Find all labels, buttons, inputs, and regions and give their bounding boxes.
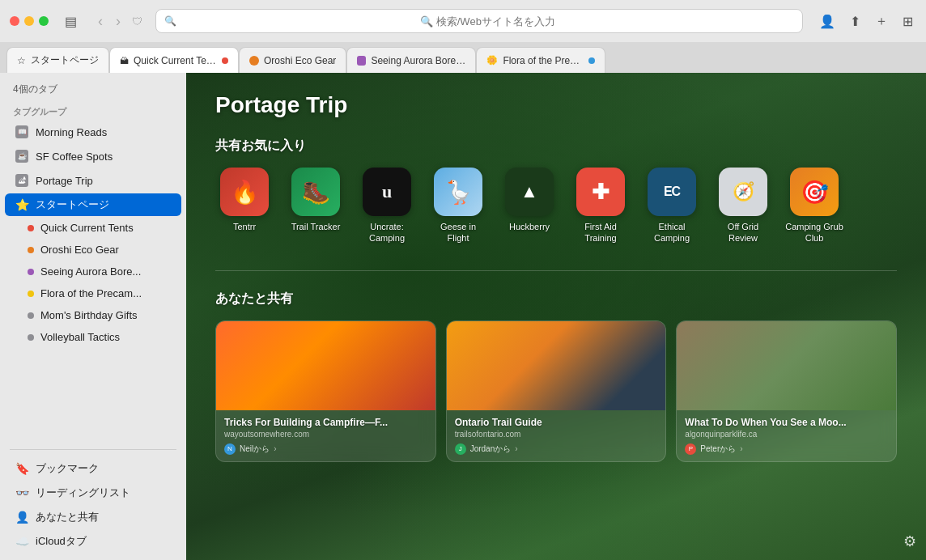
icloud-icon: ☁️ <box>15 534 29 549</box>
content-scroll[interactable]: Portage Trip 共有お気に入り 🔥 Tentrr 🥾 Trail Tr… <box>186 73 926 560</box>
card-title: Tricks For Building a Campfire—F... <box>224 417 427 428</box>
chevron-right-icon: › <box>740 444 742 453</box>
sidebar-tab-flora-precambrian[interactable]: Flora of the Precam... <box>5 283 181 303</box>
favorite-camping-grub-club[interactable]: 🎯 Camping Grub Club <box>785 168 843 244</box>
favorite-huckberry[interactable]: ▲ Huckberry <box>500 168 559 244</box>
sidebar-item-morning-reads[interactable]: 📖 Morning Reads <box>5 121 181 143</box>
section-divider <box>215 270 897 271</box>
favorite-tentrr[interactable]: 🔥 Tentrr <box>215 168 274 244</box>
sidebar-item-icloud-tabs[interactable]: ☁️ iCloudタブ <box>5 530 181 553</box>
favorite-trail-tracker[interactable]: 🥾 Trail Tracker <box>287 168 345 244</box>
titlebar: ▤ ‹ › 🛡 🔍 👤 ⬆ ＋ ⊞ <box>0 0 926 42</box>
favorite-geese-in-flight[interactable]: 🪿 Geese in Flight <box>429 168 487 244</box>
content-area: Portage Trip 共有お気に入り 🔥 Tentrr 🥾 Trail Tr… <box>186 73 926 560</box>
tab-flora-precambrian[interactable]: 🌼 Flora of the Precambi... <box>476 47 605 73</box>
search-icon: 🔍 <box>164 15 176 27</box>
camping-grub-icon: 🎯 <box>790 168 839 216</box>
toolbar-right: 👤 ⬆ ＋ ⊞ <box>816 10 916 33</box>
sidebar-item-start-page[interactable]: ⭐ スタートページ <box>5 193 181 216</box>
share-button[interactable]: ⬆ <box>847 11 864 32</box>
address-bar[interactable]: 🔍 <box>155 9 803 33</box>
card-url: algonquinparklife.ca <box>685 430 888 439</box>
ethical-camping-icon: EC <box>648 168 696 216</box>
sidebar-item-sf-coffee-spots[interactable]: ☕ SF Coffee Spots <box>5 145 181 168</box>
uncrate-icon: u <box>363 168 411 216</box>
tab-count: 4個のタブ <box>0 79 186 101</box>
reading-list-icon: 👓 <box>15 486 29 500</box>
close-button[interactable] <box>10 16 19 26</box>
sidebar-item-label: ブックマーク <box>36 461 99 476</box>
tab-dot <box>28 291 34 297</box>
back-button[interactable]: ‹ <box>93 11 108 32</box>
card-body: What To Do When You See a Moo... algonqu… <box>677 410 896 461</box>
new-tab-button[interactable]: ＋ <box>872 10 891 33</box>
fullscreen-button[interactable] <box>39 16 49 26</box>
shared-card-trail-guide[interactable]: Ontario Trail Guide trailsofontario.com … <box>446 320 667 462</box>
shared-icon: 👤 <box>15 510 29 524</box>
sidebar-item-label: iCloudタブ <box>36 534 87 549</box>
traffic-lights <box>10 16 49 26</box>
favorite-ethical-camping[interactable]: EC Ethical Camping <box>643 168 701 244</box>
sidebar-item-label: Morning Reads <box>36 126 107 138</box>
star-icon: ⭐ <box>15 197 29 212</box>
bookmark-icon: 🔖 <box>15 461 29 476</box>
tab-groups-label: タブグループ <box>0 101 186 120</box>
fav-label: Ethical Camping <box>643 221 701 244</box>
tab-dot <box>28 269 34 275</box>
sidebar-toggle-button[interactable]: ▤ <box>62 11 80 32</box>
favorite-uncrate[interactable]: u Uncrate: Camping <box>358 168 416 244</box>
avatar: J <box>455 443 466 455</box>
tab-quick-current-tents[interactable]: 🏔 Quick Current Tents <box>109 47 239 73</box>
star-icon: ☆ <box>17 55 26 66</box>
tab-label: Seeing Aurora Boreali... <box>371 55 465 66</box>
tab-group-icon: 🏕 <box>15 173 29 188</box>
tab-group-icon: 📖 <box>15 125 29 139</box>
minimize-button[interactable] <box>24 16 34 26</box>
fav-label: Geese in Flight <box>429 221 487 244</box>
fav-label: Tentrr <box>233 221 256 232</box>
sidebar-item-label: Seeing Aurora Bore... <box>40 265 141 278</box>
fav-label: Off Grid Review <box>714 221 772 244</box>
tab-notification-dot <box>588 57 595 64</box>
sidebar-item-label: Portage Trip <box>36 175 93 187</box>
sidebar-item-bookmarks[interactable]: 🔖 ブックマーク <box>5 457 181 480</box>
card-footer: J Jordanから › <box>455 443 658 455</box>
forward-button[interactable]: › <box>111 11 125 32</box>
card-footer: P Peterから › <box>685 443 888 455</box>
tab-dot <box>28 334 34 341</box>
tab-seeing-aurora[interactable]: Seeing Aurora Boreali... <box>346 47 476 73</box>
sidebar-item-label: Volleyball Tactics <box>40 331 120 343</box>
sidebar-item-reading-list[interactable]: 👓 リーディングリスト <box>5 482 181 504</box>
chevron-right-icon: › <box>274 444 276 453</box>
sidebar-tab-quick-current-tents[interactable]: Quick Current Tents <box>5 218 181 238</box>
tab-label: Oroshi Eco Gear <box>264 55 336 66</box>
avatar: N <box>224 443 236 455</box>
fav-label: First Aid Training <box>571 221 630 244</box>
profile-button[interactable]: 👤 <box>816 11 839 32</box>
tab-start-page[interactable]: ☆ スタートページ <box>6 47 109 73</box>
tab-oroshi-eco-gear[interactable]: Oroshi Eco Gear <box>239 47 346 73</box>
tab-label: スタートページ <box>31 53 99 67</box>
first-aid-icon: ✚ <box>576 168 625 216</box>
favorites-section-title: 共有お気に入り <box>215 138 897 155</box>
sidebar-item-portage-trip[interactable]: 🏕 Portage Trip <box>5 169 181 192</box>
sharer-label: Peterから <box>700 443 736 455</box>
shared-card-campfire[interactable]: Tricks For Building a Campfire—F... wayo… <box>215 320 436 462</box>
sidebar-divider <box>10 449 176 450</box>
tab-overview-button[interactable]: ⊞ <box>899 11 916 32</box>
favorite-first-aid[interactable]: ✚ First Aid Training <box>571 168 630 244</box>
sidebar-tab-volleyball-tactics[interactable]: Volleyball Tactics <box>5 327 181 347</box>
sidebar-tab-oroshi-eco-gear[interactable]: Oroshi Eco Gear <box>5 240 181 260</box>
sidebar-item-shared-with-you[interactable]: 👤 あなたと共有 <box>5 506 181 528</box>
sidebar-item-label: Mom's Birthday Gifts <box>40 309 138 321</box>
tab-group-icon: ☕ <box>15 149 29 163</box>
card-title: Ontario Trail Guide <box>455 417 658 428</box>
shared-card-moose[interactable]: What To Do When You See a Moo... algonqu… <box>676 320 897 462</box>
card-title: What To Do When You See a Moo... <box>685 417 888 428</box>
sidebar-item-label: リーディングリスト <box>36 486 130 500</box>
sidebar-tab-seeing-aurora[interactable]: Seeing Aurora Bore... <box>5 261 181 282</box>
favorite-off-grid-review[interactable]: 🧭 Off Grid Review <box>714 168 772 244</box>
sidebar-tab-moms-birthday-gifts[interactable]: Mom's Birthday Gifts <box>5 305 181 325</box>
address-input[interactable] <box>181 15 794 28</box>
sharer-label: Jordanから <box>470 443 512 455</box>
